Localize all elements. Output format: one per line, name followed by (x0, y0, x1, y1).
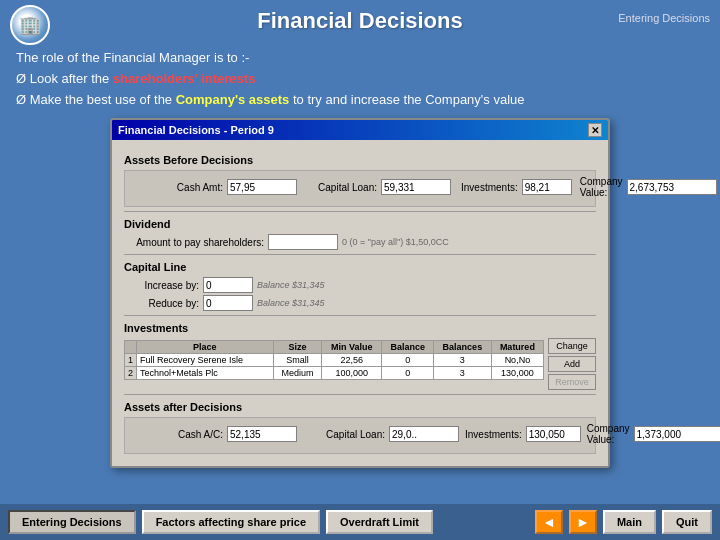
dividend-amount-input[interactable] (268, 234, 338, 250)
cash-after-input[interactable] (227, 426, 297, 442)
assets-after-row: Cash A/C: Capital Loan: Investments: Com… (133, 423, 587, 445)
capital-increase-label: Increase by: (124, 280, 199, 291)
dividend-label: Dividend (124, 218, 596, 230)
col-size: Size (273, 341, 321, 354)
company-value-after-label: Company Value: (587, 423, 630, 445)
capital-increase-input[interactable] (203, 277, 253, 293)
assets-after-section: Cash A/C: Capital Loan: Investments: Com… (124, 417, 596, 454)
intro-shareholders: shareholders' interests (113, 71, 256, 86)
row2-balances: 3 (433, 367, 491, 380)
divider-1 (124, 211, 596, 212)
dialog-title: Financial Decisions - Period 9 (118, 124, 274, 136)
company-value-after-input[interactable] (634, 426, 720, 442)
col-min-value: Min Value (322, 341, 382, 354)
remove-button[interactable]: Remove (548, 374, 596, 390)
logo: 🏢 (10, 5, 60, 45)
entering-decisions-label-top: Entering Decisions (618, 12, 710, 24)
capital-increase-row: Increase by: Balance $31,345 (124, 277, 596, 293)
intro-line3: Ø Make the best use of the Company's ass… (16, 90, 704, 111)
investments-label-before: Investments: (461, 182, 518, 193)
dialog-body: Assets Before Decisions Cash Amt: Capita… (112, 140, 608, 466)
investments-table-container: Place Size Min Value Balance Balances Ma… (124, 338, 596, 390)
row2-min-value: 100,000 (322, 367, 382, 380)
nav-arrow-left[interactable]: ◄ (535, 510, 563, 534)
dividend-hint: 0 (0 = "pay all") $1,50,0CC (342, 237, 449, 247)
company-value-input-before[interactable] (627, 179, 717, 195)
capital-line-label: Capital Line (124, 261, 596, 273)
row1-size: Small (273, 354, 321, 367)
dividend-row: Amount to pay shareholders: 0 (0 = "pay … (124, 234, 596, 250)
investments-section: Investments Place Size Min Value Balance… (124, 322, 596, 390)
header: 🏢 Financial Decisions Entering Decisions (0, 0, 720, 42)
capital-loan-label: Capital Loan: (297, 182, 377, 193)
overdraft-limit-button[interactable]: Overdraft Limit (326, 510, 433, 534)
intro-line2: Ø Look after the shareholders' interests (16, 69, 704, 90)
nav-arrow-right[interactable]: ► (569, 510, 597, 534)
investments-input-before[interactable] (522, 179, 572, 195)
dialog-titlebar: Financial Decisions - Period 9 ✕ (112, 120, 608, 140)
cash-amt-input[interactable] (227, 179, 297, 195)
cash-amt-row: Cash Amt: Capital Loan: Investments: Com… (133, 176, 587, 198)
investments-label: Investments (124, 322, 596, 334)
row2-idx: 2 (125, 367, 137, 380)
row1-balance: 0 (382, 354, 434, 367)
intro-text: The role of the Financial Manager is to … (0, 42, 720, 114)
nav-bar: Entering Decisions Factors affecting sha… (0, 504, 720, 540)
company-value-label-before: Company Value: (580, 176, 623, 198)
investments-after-input[interactable] (526, 426, 581, 442)
cash-after-label: Cash A/C: (133, 429, 223, 440)
capital-reduce-hint: Balance $31,345 (257, 298, 325, 308)
row2-matured: 130,000 (491, 367, 543, 380)
investments-table: Place Size Min Value Balance Balances Ma… (124, 340, 544, 380)
entering-decisions-button[interactable]: Entering Decisions (8, 510, 136, 534)
row1-idx: 1 (125, 354, 137, 367)
capital-loan-input[interactable] (381, 179, 451, 195)
divider-3 (124, 315, 596, 316)
add-button[interactable]: Add (548, 356, 596, 372)
intro-assets: Company's assets (176, 92, 290, 107)
capital-reduce-row: Reduce by: Balance $31,345 (124, 295, 596, 311)
assets-before-section: Cash Amt: Capital Loan: Investments: Com… (124, 170, 596, 207)
intro-line1: The role of the Financial Manager is to … (16, 48, 704, 69)
dialog-close-button[interactable]: ✕ (588, 123, 602, 137)
col-place: Place (137, 341, 274, 354)
table-row: 2 Technol+Metals Plc Medium 100,000 0 3 … (125, 367, 544, 380)
col-balance: Balance (382, 341, 434, 354)
row2-size: Medium (273, 367, 321, 380)
divider-2 (124, 254, 596, 255)
intro-line2-prefix: Ø Look after the (16, 71, 113, 86)
change-button[interactable]: Change (548, 338, 596, 354)
row2-place: Technol+Metals Plc (137, 367, 274, 380)
capital-reduce-input[interactable] (203, 295, 253, 311)
capital-reduce-label: Reduce by: (124, 298, 199, 309)
investments-buttons: Change Add Remove (548, 338, 596, 390)
assets-before-label: Assets Before Decisions (124, 154, 596, 166)
capital-after-label: Capital Loan: (305, 429, 385, 440)
investments-after-label: Investments: (465, 429, 522, 440)
factors-affecting-button[interactable]: Factors affecting share price (142, 510, 320, 534)
financial-decisions-dialog: Financial Decisions - Period 9 ✕ Assets … (110, 118, 610, 468)
intro-line3-suffix: to try and increase the Company's value (289, 92, 524, 107)
row1-min-value: 22,56 (322, 354, 382, 367)
assets-after-label: Assets after Decisions (124, 401, 596, 413)
row1-balances: 3 (433, 354, 491, 367)
cash-amt-label: Cash Amt: (133, 182, 223, 193)
row1-matured: No,No (491, 354, 543, 367)
intro-line3-prefix: Ø Make the best use of the (16, 92, 176, 107)
dividend-amount-label: Amount to pay shareholders: (124, 237, 264, 248)
row1-place: Full Recovery Serene Isle (137, 354, 274, 367)
quit-button[interactable]: Quit (662, 510, 712, 534)
col-matured: Matured (491, 341, 543, 354)
dividend-section: Dividend Amount to pay shareholders: 0 (… (124, 218, 596, 250)
col-balances: Balances (433, 341, 491, 354)
table-row: 1 Full Recovery Serene Isle Small 22,56 … (125, 354, 544, 367)
col-idx (125, 341, 137, 354)
capital-after-input[interactable] (389, 426, 459, 442)
divider-4 (124, 394, 596, 395)
capital-line-section: Capital Line Increase by: Balance $31,34… (124, 261, 596, 311)
capital-increase-hint: Balance $31,345 (257, 280, 325, 290)
page-title: Financial Decisions (257, 8, 462, 34)
main-button[interactable]: Main (603, 510, 656, 534)
row2-balance: 0 (382, 367, 434, 380)
logo-icon: 🏢 (10, 5, 50, 45)
